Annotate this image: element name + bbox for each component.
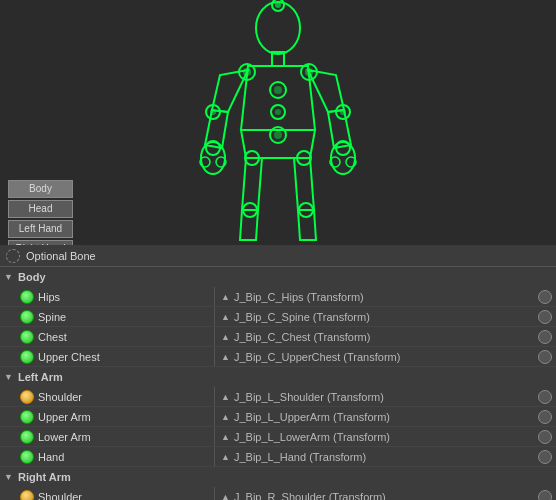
l-hand-row[interactable]: Hand ▲ J_Bip_L_Hand (Transform) <box>0 447 556 467</box>
optional-bone-label: Optional Bone <box>26 250 96 262</box>
hips-transform-label: J_Bip_C_Hips (Transform) <box>234 291 364 303</box>
r-shoulder-bone-left: Shoulder <box>0 487 215 500</box>
l-shoulder-transform-icon: ▲ <box>221 392 230 402</box>
chest-transform-label: J_Bip_C_Chest (Transform) <box>234 331 371 343</box>
chest-row[interactable]: Chest ▲ J_Bip_C_Chest (Transform) <box>0 327 556 347</box>
bone-tree[interactable]: ▼ Body Hips ▲ J_Bip_C_Hips (Transform) S… <box>0 267 556 500</box>
svg-point-20 <box>340 109 346 115</box>
upper-chest-row[interactable]: Upper Chest ▲ J_Bip_C_UpperChest (Transf… <box>0 347 556 367</box>
r-shoulder-row[interactable]: Shoulder ▲ J_Bip_R_Shoulder (Transform) <box>0 487 556 500</box>
svg-point-28 <box>274 86 282 94</box>
right-arm-group-header[interactable]: ▼ Right Arm <box>0 467 556 487</box>
chest-icon <box>20 330 34 344</box>
l-shoulder-icon <box>20 390 34 404</box>
l-shoulder-transform: ▲ J_Bip_L_Shoulder (Transform) <box>215 387 556 406</box>
right-hand-button[interactable]: Right Hand <box>8 240 73 245</box>
upper-chest-icon <box>20 350 34 364</box>
chest-circle-btn[interactable] <box>538 330 552 344</box>
l-lower-arm-transform-icon: ▲ <box>221 432 230 442</box>
hips-icon <box>20 290 34 304</box>
upper-chest-transform: ▲ J_Bip_C_UpperChest (Transform) <box>215 347 556 366</box>
l-upper-arm-bone-left: Upper Arm <box>0 407 215 426</box>
l-lower-arm-bone-left: Lower Arm <box>0 427 215 446</box>
chest-transform: ▲ J_Bip_C_Chest (Transform) <box>215 327 556 346</box>
hips-transform-icon: ▲ <box>221 292 230 302</box>
spine-bone-left: Spine <box>0 307 215 326</box>
left-arm-group-header[interactable]: ▼ Left Arm <box>0 367 556 387</box>
l-shoulder-name: Shoulder <box>38 391 82 403</box>
r-shoulder-circle-btn[interactable] <box>538 490 552 501</box>
l-upper-arm-transform-label: J_Bip_L_UpperArm (Transform) <box>234 411 390 423</box>
l-lower-arm-row[interactable]: Lower Arm ▲ J_Bip_L_LowerArm (Transform) <box>0 427 556 447</box>
l-hand-bone-left: Hand <box>0 447 215 466</box>
spine-transform-label: J_Bip_C_Spine (Transform) <box>234 311 370 323</box>
l-hand-transform-label: J_Bip_L_Hand (Transform) <box>234 451 366 463</box>
character-figure <box>0 0 556 245</box>
svg-point-30 <box>275 109 281 115</box>
l-shoulder-transform-label: J_Bip_L_Shoulder (Transform) <box>234 391 384 403</box>
l-hand-transform: ▲ J_Bip_L_Hand (Transform) <box>215 447 556 466</box>
upper-chest-transform-label: J_Bip_C_UpperChest (Transform) <box>234 351 400 363</box>
l-lower-arm-name: Lower Arm <box>38 431 91 443</box>
body-buttons: Body Head Left Hand Right Hand <box>8 180 73 245</box>
l-lower-arm-transform: ▲ J_Bip_L_LowerArm (Transform) <box>215 427 556 446</box>
r-shoulder-transform: ▲ J_Bip_R_Shoulder (Transform) <box>215 487 556 500</box>
l-hand-transform-icon: ▲ <box>221 452 230 462</box>
hips-bone-left: Hips <box>0 287 215 306</box>
hips-circle-btn[interactable] <box>538 290 552 304</box>
spine-name: Spine <box>38 311 66 323</box>
svg-point-14 <box>243 68 251 76</box>
hips-transform: ▲ J_Bip_C_Hips (Transform) <box>215 287 556 306</box>
chest-bone-left: Chest <box>0 327 215 346</box>
body-group-label: Body <box>18 271 46 283</box>
l-upper-arm-circle-btn[interactable] <box>538 410 552 424</box>
l-shoulder-bone-left: Shoulder <box>0 387 215 406</box>
optional-bone-icon <box>6 249 20 263</box>
chest-name: Chest <box>38 331 67 343</box>
l-shoulder-row[interactable]: Shoulder ▲ J_Bip_L_Shoulder (Transform) <box>0 387 556 407</box>
l-lower-arm-icon <box>20 430 34 444</box>
viewport: Body Head Left Hand Right Hand <box>0 0 556 245</box>
l-upper-arm-row[interactable]: Upper Arm ▲ J_Bip_L_UpperArm (Transform) <box>0 407 556 427</box>
svg-point-12 <box>275 2 281 8</box>
spine-circle-btn[interactable] <box>538 310 552 324</box>
left-arm-group-arrow: ▼ <box>4 372 14 382</box>
r-shoulder-transform-icon: ▲ <box>221 492 230 501</box>
left-arm-group-label: Left Arm <box>18 371 63 383</box>
r-shoulder-icon <box>20 490 34 501</box>
left-hand-button[interactable]: Left Hand <box>8 220 73 238</box>
r-shoulder-name: Shoulder <box>38 491 82 501</box>
optional-bone-row: Optional Bone <box>0 245 556 267</box>
l-lower-arm-circle-btn[interactable] <box>538 430 552 444</box>
l-upper-arm-transform: ▲ J_Bip_L_UpperArm (Transform) <box>215 407 556 426</box>
bottom-panel: Optional Bone ▼ Body Hips ▲ J_Bip_C_Hips… <box>0 245 556 500</box>
hips-name: Hips <box>38 291 60 303</box>
spine-icon <box>20 310 34 324</box>
l-hand-circle-btn[interactable] <box>538 450 552 464</box>
l-hand-icon <box>20 450 34 464</box>
figure-area <box>0 0 556 245</box>
upper-chest-transform-icon: ▲ <box>221 352 230 362</box>
l-upper-arm-transform-icon: ▲ <box>221 412 230 422</box>
svg-point-32 <box>274 131 282 139</box>
svg-point-16 <box>305 68 313 76</box>
body-group-arrow: ▼ <box>4 272 14 282</box>
l-upper-arm-icon <box>20 410 34 424</box>
right-arm-group-arrow: ▼ <box>4 472 14 482</box>
spine-transform: ▲ J_Bip_C_Spine (Transform) <box>215 307 556 326</box>
body-group-header[interactable]: ▼ Body <box>0 267 556 287</box>
upper-chest-name: Upper Chest <box>38 351 100 363</box>
spine-row[interactable]: Spine ▲ J_Bip_C_Spine (Transform) <box>0 307 556 327</box>
svg-point-18 <box>210 109 216 115</box>
spine-transform-icon: ▲ <box>221 312 230 322</box>
body-button[interactable]: Body <box>8 180 73 198</box>
head-button[interactable]: Head <box>8 200 73 218</box>
upper-chest-circle-btn[interactable] <box>538 350 552 364</box>
right-arm-group-label: Right Arm <box>18 471 71 483</box>
l-upper-arm-name: Upper Arm <box>38 411 91 423</box>
l-hand-name: Hand <box>38 451 64 463</box>
hips-row[interactable]: Hips ▲ J_Bip_C_Hips (Transform) <box>0 287 556 307</box>
r-shoulder-transform-label: J_Bip_R_Shoulder (Transform) <box>234 491 386 501</box>
l-shoulder-circle-btn[interactable] <box>538 390 552 404</box>
l-lower-arm-transform-label: J_Bip_L_LowerArm (Transform) <box>234 431 390 443</box>
